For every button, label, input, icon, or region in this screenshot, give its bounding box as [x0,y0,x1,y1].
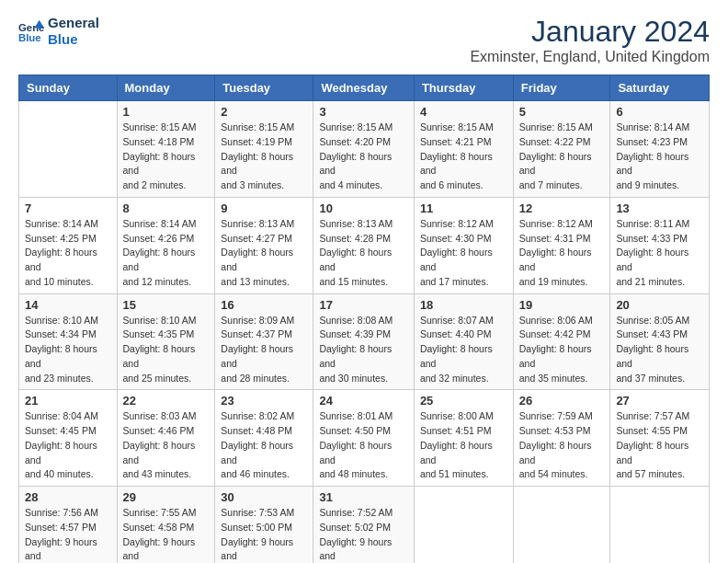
daylight-text-2: and 10 minutes. [25,275,111,290]
daylight-text-2: and 37 minutes. [616,372,703,386]
day-info: Sunrise: 7:53 AMSunset: 5:00 PMDaylight:… [221,506,307,563]
calendar-cell: 17Sunrise: 8:08 AMSunset: 4:39 PMDayligh… [313,293,414,390]
sunrise-text: Sunrise: 8:10 AM [123,314,210,328]
daylight-text-2: and 13 minutes. [221,275,307,290]
daylight-text-2: and 3 minutes. [221,178,307,193]
day-number: 21 [25,394,111,408]
sunset-text: Sunset: 4:30 PM [420,232,507,247]
day-number: 13 [616,201,703,215]
daylight-text: Daylight: 8 hours and [319,246,407,275]
day-number: 24 [319,394,407,408]
calendar-cell: 27Sunrise: 7:57 AMSunset: 4:55 PMDayligh… [610,390,710,487]
header-day-monday: Monday [117,75,215,101]
sunset-text: Sunset: 4:42 PM [519,327,605,342]
calendar-cell: 9Sunrise: 8:13 AMSunset: 4:27 PMDaylight… [215,197,313,293]
sunset-text: Sunset: 4:35 PM [123,327,210,342]
calendar-cell: 4Sunrise: 8:15 AMSunset: 4:21 PMDaylight… [414,101,513,198]
calendar-cell: 31Sunrise: 7:52 AMSunset: 5:02 PMDayligh… [313,487,414,564]
day-info: Sunrise: 8:10 AMSunset: 4:34 PMDaylight:… [25,314,111,386]
day-number: 11 [420,201,507,215]
daylight-text: Daylight: 8 hours and [221,246,307,275]
day-number: 6 [616,105,703,119]
sunset-text: Sunset: 4:26 PM [123,232,210,247]
day-info: Sunrise: 8:15 AMSunset: 4:21 PMDaylight:… [420,121,507,193]
day-number: 4 [420,105,507,119]
daylight-text-2: and 48 minutes. [319,467,407,482]
daylight-text-2: and 15 minutes. [319,275,407,290]
day-number: 16 [221,298,307,312]
calendar-cell: 7Sunrise: 8:14 AMSunset: 4:25 PMDaylight… [19,197,118,293]
daylight-text-2: and 46 minutes. [221,467,307,482]
daylight-text: Daylight: 8 hours and [221,150,307,179]
calendar-cell: 3Sunrise: 8:15 AMSunset: 4:20 PMDaylight… [313,101,414,198]
logo-line1: General [48,15,99,31]
daylight-text: Daylight: 8 hours and [221,439,307,468]
day-info: Sunrise: 7:59 AMSunset: 4:53 PMDaylight:… [519,409,605,482]
sunset-text: Sunset: 5:02 PM [319,521,407,535]
daylight-text: Daylight: 9 hours and [123,535,210,564]
calendar-cell: 11Sunrise: 8:12 AMSunset: 4:30 PMDayligh… [414,197,513,293]
day-number: 23 [221,394,307,408]
sunrise-text: Sunrise: 7:52 AM [319,506,407,521]
calendar-cell [414,487,513,564]
day-number: 2 [221,105,307,119]
daylight-text-2: and 51 minutes. [420,467,507,482]
sunrise-text: Sunrise: 8:11 AM [616,217,703,232]
day-number: 18 [420,298,507,312]
day-number: 12 [519,201,605,215]
day-info: Sunrise: 8:10 AMSunset: 4:35 PMDaylight:… [123,314,210,386]
sunrise-text: Sunrise: 7:56 AM [25,506,111,521]
logo-icon: General Blue [18,18,44,44]
sunset-text: Sunset: 4:19 PM [221,135,307,150]
calendar-cell: 12Sunrise: 8:12 AMSunset: 4:31 PMDayligh… [513,197,610,293]
sunrise-text: Sunrise: 8:12 AM [519,217,605,232]
logo: General Blue General Blue [18,15,99,48]
daylight-text-2: and 30 minutes. [319,372,407,386]
daylight-text: Daylight: 8 hours and [221,342,307,372]
header-day-friday: Friday [513,75,610,101]
daylight-text-2: and 7 minutes. [519,178,605,193]
day-info: Sunrise: 8:00 AMSunset: 4:51 PMDaylight:… [420,409,507,482]
sunrise-text: Sunrise: 8:13 AM [221,217,307,232]
header-day-wednesday: Wednesday [313,75,414,101]
calendar-cell: 24Sunrise: 8:01 AMSunset: 4:50 PMDayligh… [313,390,414,487]
sunset-text: Sunset: 4:21 PM [420,135,507,150]
calendar-cell [610,487,710,564]
header-day-thursday: Thursday [414,75,513,101]
sunrise-text: Sunrise: 8:15 AM [519,121,605,135]
day-number: 25 [420,394,507,408]
sunrise-text: Sunrise: 7:59 AM [519,409,605,424]
day-number: 22 [123,394,210,408]
daylight-text: Daylight: 8 hours and [616,246,703,275]
day-info: Sunrise: 8:09 AMSunset: 4:37 PMDaylight:… [221,314,307,386]
sunrise-text: Sunrise: 8:12 AM [420,217,507,232]
daylight-text: Daylight: 8 hours and [519,439,605,468]
day-number: 27 [616,394,703,408]
daylight-text-2: and 2 minutes. [123,178,210,193]
daylight-text: Daylight: 8 hours and [420,342,507,372]
sunrise-text: Sunrise: 7:57 AM [616,409,703,424]
sunset-text: Sunset: 4:18 PM [123,135,210,150]
daylight-text-2: and 12 minutes. [123,275,210,290]
daylight-text-2: and 28 minutes. [221,372,307,386]
sunset-text: Sunset: 4:33 PM [616,232,703,247]
day-info: Sunrise: 8:01 AMSunset: 4:50 PMDaylight:… [319,409,407,482]
day-info: Sunrise: 7:57 AMSunset: 4:55 PMDaylight:… [616,409,703,482]
day-info: Sunrise: 8:04 AMSunset: 4:45 PMDaylight:… [25,409,111,482]
header-day-sunday: Sunday [19,75,118,101]
sunrise-text: Sunrise: 8:15 AM [420,121,507,135]
sunrise-text: Sunrise: 8:01 AM [319,409,407,424]
daylight-text: Daylight: 9 hours and [25,535,111,564]
daylight-text: Daylight: 8 hours and [519,150,605,179]
calendar-cell: 18Sunrise: 8:07 AMSunset: 4:40 PMDayligh… [414,293,513,390]
calendar-cell: 13Sunrise: 8:11 AMSunset: 4:33 PMDayligh… [610,197,710,293]
daylight-text: Daylight: 8 hours and [123,150,210,179]
sunset-text: Sunset: 4:22 PM [519,135,605,150]
daylight-text-2: and 35 minutes. [519,372,605,386]
header-day-saturday: Saturday [610,75,710,101]
day-number: 28 [25,490,111,504]
daylight-text: Daylight: 8 hours and [25,439,111,468]
day-info: Sunrise: 8:05 AMSunset: 4:43 PMDaylight:… [616,314,703,386]
sunset-text: Sunset: 4:53 PM [519,424,605,439]
week-row-4: 28Sunrise: 7:56 AMSunset: 4:57 PMDayligh… [19,487,710,564]
